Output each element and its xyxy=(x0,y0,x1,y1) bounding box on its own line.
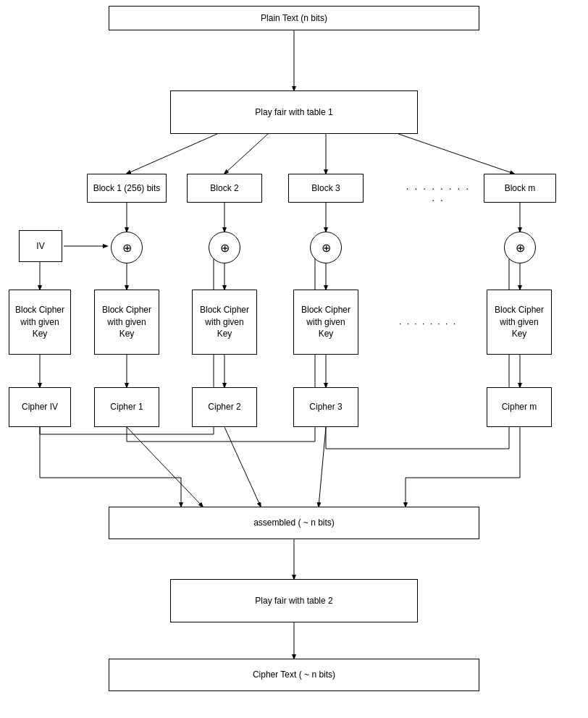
block2-label: Block 2 xyxy=(210,182,238,195)
cipher2-label: Cipher 2 xyxy=(208,401,240,413)
cipher3-box: Cipher 3 xyxy=(293,387,358,427)
xor3-circle: ⊕ xyxy=(310,232,342,263)
assembled-box: assembled ( ~ n bits) xyxy=(109,507,479,539)
block3-label: Block 3 xyxy=(311,182,340,195)
iv-label: IV xyxy=(36,240,44,253)
blocks-dots: · · · · · · · · · · xyxy=(406,182,471,206)
bcipher2-box: Block Cipher with given Key xyxy=(94,290,159,355)
svg-line-2 xyxy=(224,134,268,174)
block1-box: Block 1 (256) bits xyxy=(87,174,167,203)
cipher1-label: Cipher 1 xyxy=(110,401,143,413)
cipher3-label: Cipher 3 xyxy=(309,401,342,413)
playfair1-box: Play fair with table 1 xyxy=(170,90,418,134)
block3-box: Block 3 xyxy=(288,174,364,203)
block1-label: Block 1 (256) bits xyxy=(93,182,161,195)
bcipher4-box: Block Cipher with given Key xyxy=(293,290,358,355)
diagram: Plain Text (n bits) Play fair with table… xyxy=(0,0,588,718)
bcipherm-label: Block Cipher with given Key xyxy=(495,304,544,340)
blockm-box: Block m xyxy=(484,174,556,203)
blockm-label: Block m xyxy=(505,182,536,195)
bcipher4-label: Block Cipher with given Key xyxy=(301,304,350,340)
xor1-circle: ⊕ xyxy=(111,232,143,263)
cipher-iv-label: Cipher IV xyxy=(22,401,58,413)
cipherm-box: Cipher m xyxy=(487,387,552,427)
cipher-text-box: Cipher Text ( ~ n bits) xyxy=(109,659,479,691)
bcipher1-label: Block Cipher with given Key xyxy=(15,304,64,340)
bcipher2-label: Block Cipher with given Key xyxy=(102,304,151,340)
iv-box: IV xyxy=(19,230,62,262)
bcipher1-box: Block Cipher with given Key xyxy=(9,290,71,355)
playfair1-label: Play fair with table 1 xyxy=(255,106,332,119)
playfair2-box: Play fair with table 2 xyxy=(170,579,418,622)
bcipherm-box: Block Cipher with given Key xyxy=(487,290,552,355)
cipher1-box: Cipher 1 xyxy=(94,387,159,427)
svg-line-1 xyxy=(127,134,217,174)
bcipher3-box: Block Cipher with given Key xyxy=(192,290,257,355)
svg-line-22 xyxy=(319,427,326,507)
assembled-label: assembled ( ~ n bits) xyxy=(253,517,335,529)
xor2-circle: ⊕ xyxy=(209,232,240,263)
bciphers-dots: · · · · · · · · xyxy=(395,318,461,329)
xorm-circle: ⊕ xyxy=(504,232,536,263)
cipher2-box: Cipher 2 xyxy=(192,387,257,427)
block2-box: Block 2 xyxy=(187,174,262,203)
cipherm-label: Cipher m xyxy=(502,401,537,413)
svg-line-20 xyxy=(127,427,203,507)
cipher-iv-box: Cipher IV xyxy=(9,387,71,427)
svg-line-21 xyxy=(224,427,261,507)
plain-text-label: Plain Text (n bits) xyxy=(261,12,327,25)
bcipher3-label: Block Cipher with given Key xyxy=(200,304,249,340)
plain-text-box: Plain Text (n bits) xyxy=(109,6,479,30)
cipher-text-label: Cipher Text ( ~ n bits) xyxy=(253,669,335,681)
svg-line-4 xyxy=(398,134,514,174)
playfair2-label: Play fair with table 2 xyxy=(255,595,332,607)
